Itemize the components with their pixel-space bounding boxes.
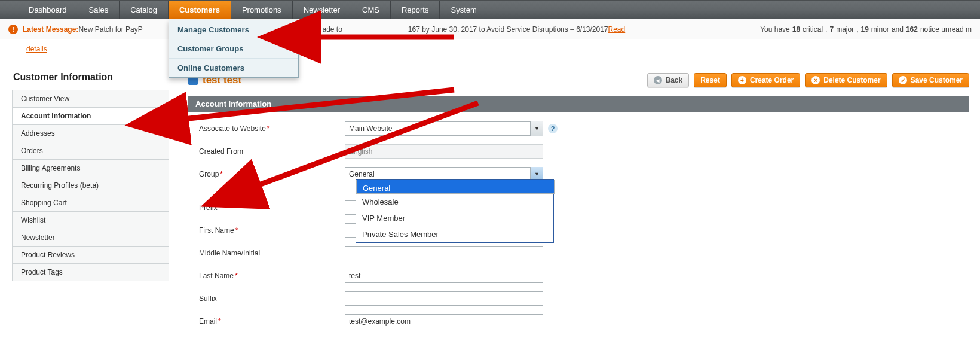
- created-from-value: English: [345, 144, 543, 159]
- sidebar: Customer Information Customer View Accou…: [0, 39, 169, 281]
- row-created-from: Created From English: [199, 142, 969, 161]
- last-name-label: Last Name: [199, 272, 234, 280]
- sidebar-title: Customer Information: [13, 72, 169, 83]
- row-middle-name: Middle Name/Initial: [199, 244, 969, 263]
- notice-read-link[interactable]: Read: [608, 25, 626, 34]
- account-form: Associate to Website* ▼ ? Created From E…: [188, 112, 969, 346]
- sidebar-list: Customer View Account Information Addres…: [12, 90, 169, 281]
- associate-select[interactable]: [345, 121, 543, 136]
- created-from-label: Created From: [199, 147, 243, 156]
- nav-catalog[interactable]: Catalog: [120, 1, 169, 19]
- delete-customer-label: Delete Customer: [823, 76, 880, 84]
- associate-label: Associate to Website: [199, 124, 266, 133]
- reset-button[interactable]: Reset: [694, 73, 727, 87]
- save-customer-label: Save Customer: [911, 76, 963, 84]
- minor-label: minor: [871, 25, 889, 34]
- nav-customers[interactable]: Customers Manage Customers Customer Grou…: [169, 1, 231, 19]
- group-option-general[interactable]: General: [356, 180, 555, 194]
- sidebar-item-product-reviews[interactable]: Product Reviews: [13, 247, 169, 264]
- nav-promotions[interactable]: Promotions: [231, 1, 293, 19]
- group-dropdown-list: General Wholesale VIP Member Private Sal…: [356, 179, 554, 243]
- page-header: test test ◄Back Reset +Create Order ×Del…: [188, 73, 969, 87]
- group-option-wholesale[interactable]: Wholesale: [356, 194, 553, 210]
- latest-message-label: Latest Message:: [23, 25, 78, 34]
- sidebar-item-account-information[interactable]: Account Information: [13, 108, 169, 125]
- email-input[interactable]: [345, 314, 543, 328]
- prefix-label: Prefix: [199, 203, 218, 212]
- minor-count: 19: [861, 25, 869, 34]
- row-associate: Associate to Website* ▼ ?: [199, 119, 969, 138]
- suffix-label: Suffix: [199, 294, 217, 303]
- notice-details-link[interactable]: details: [26, 45, 47, 53]
- nav-sales[interactable]: Sales: [78, 1, 120, 19]
- notice-label: notice unread m: [920, 25, 972, 34]
- nav-reports[interactable]: Reports: [391, 1, 440, 19]
- delete-icon: ×: [811, 76, 820, 84]
- row-suffix: Suffix: [199, 289, 969, 308]
- notice-count: 162: [906, 25, 918, 34]
- nav-customers-label: Customers: [179, 5, 220, 14]
- major-count: 7: [829, 25, 834, 34]
- notice-text-a: New Patch for PayP: [78, 25, 142, 34]
- sidebar-item-wishlist[interactable]: Wishlist: [13, 212, 169, 229]
- notice-bar: ! Latest Message: New Patch for PayP Cha…: [0, 19, 980, 39]
- group-label: Group: [199, 170, 219, 178]
- sidebar-item-newsletter[interactable]: Newsletter: [13, 229, 169, 247]
- check-icon: ✓: [899, 76, 907, 84]
- main-column: test test ◄Back Reset +Create Order ×Del…: [169, 39, 980, 346]
- nav-dashboard[interactable]: Dashboard: [18, 1, 78, 19]
- dd-customer-groups[interactable]: Customer Groups: [169, 39, 298, 59]
- notice-counts: You have 18 critical, 7 major, 19 minor …: [760, 25, 972, 34]
- reset-label: Reset: [700, 76, 720, 84]
- middle-name-label: Middle Name/Initial: [199, 249, 260, 257]
- sidebar-item-billing-agreements[interactable]: Billing Agreements: [13, 160, 169, 177]
- group-option-vip[interactable]: VIP Member: [356, 210, 553, 226]
- required-icon: *: [235, 226, 238, 235]
- row-last-name: Last Name*: [199, 266, 969, 285]
- section-title: Account Information: [188, 96, 969, 112]
- suffix-input[interactable]: [345, 291, 543, 306]
- delete-customer-button[interactable]: ×Delete Customer: [805, 73, 887, 87]
- help-icon[interactable]: ?: [548, 124, 558, 133]
- first-name-label: First Name: [199, 226, 234, 235]
- nav-newsletter[interactable]: Newsletter: [293, 1, 351, 19]
- major-label: major: [836, 25, 854, 34]
- notice-text-c: 167 by June 30, 2017 to Avoid Service Di…: [408, 25, 608, 34]
- row-prefix: Prefix: [199, 198, 969, 217]
- critical-count: 18: [792, 25, 800, 34]
- row-group: Group* ▼ General Wholesale VIP Member Pr…: [199, 165, 969, 184]
- last-name-input[interactable]: [345, 269, 543, 283]
- email-label: Email: [199, 317, 217, 326]
- create-order-button[interactable]: +Create Order: [731, 73, 800, 87]
- save-customer-button[interactable]: ✓Save Customer: [892, 73, 969, 87]
- nav-system[interactable]: System: [440, 1, 488, 19]
- required-icon: *: [235, 272, 238, 280]
- create-order-label: Create Order: [750, 76, 794, 84]
- critical-label: critical: [803, 25, 823, 34]
- nav-cms[interactable]: CMS: [351, 1, 391, 19]
- sidebar-item-addresses[interactable]: Addresses: [13, 125, 169, 142]
- required-icon: *: [218, 317, 221, 326]
- header-buttons: ◄Back Reset +Create Order ×Delete Custom…: [647, 73, 970, 87]
- back-label: Back: [666, 76, 683, 84]
- back-icon: ◄: [654, 76, 662, 84]
- sidebar-item-customer-view[interactable]: Customer View: [13, 90, 169, 108]
- row-email: Email*: [199, 312, 969, 331]
- customers-dropdown: Manage Customers Customer Groups Online …: [169, 20, 299, 78]
- sidebar-item-shopping-cart[interactable]: Shopping Cart: [13, 194, 169, 212]
- row-first-name: First Name*: [199, 221, 969, 240]
- top-nav: Dashboard Sales Catalog Customers Manage…: [0, 0, 980, 19]
- group-option-private[interactable]: Private Sales Member: [356, 226, 553, 242]
- warning-icon: !: [8, 25, 18, 34]
- required-icon: *: [220, 170, 223, 178]
- required-icon: *: [267, 124, 270, 133]
- dd-online-customers[interactable]: Online Customers: [169, 59, 298, 77]
- dd-manage-customers[interactable]: Manage Customers: [169, 20, 298, 39]
- plus-icon: +: [738, 76, 746, 84]
- middle-name-input[interactable]: [345, 246, 543, 260]
- sidebar-item-product-tags[interactable]: Product Tags: [13, 264, 169, 281]
- sidebar-item-orders[interactable]: Orders: [13, 142, 169, 160]
- notice-right-prefix: You have: [760, 25, 790, 34]
- back-button[interactable]: ◄Back: [647, 73, 690, 87]
- sidebar-item-recurring-profiles[interactable]: Recurring Profiles (beta): [13, 177, 169, 194]
